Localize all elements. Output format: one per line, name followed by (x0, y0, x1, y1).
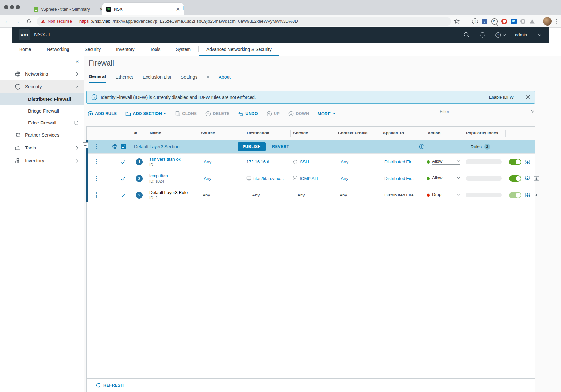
sidebar-item-security[interactable]: Security (0, 80, 84, 93)
context-profile-value[interactable]: Any (341, 176, 348, 181)
ip-lookup-extension-icon[interactable]: IP (491, 18, 498, 25)
circle-extension-icon[interactable] (520, 19, 525, 24)
destination-value[interactable]: 172.16.16.6 (246, 159, 269, 164)
delete-button[interactable]: DELETE (205, 111, 229, 116)
traffic-light-minimize[interactable] (10, 5, 14, 9)
sidebar-item-edge-firewall[interactable]: Edge Firewall (0, 117, 84, 129)
tab-exclusion-list[interactable]: Exclusion List (143, 75, 171, 83)
filter-input[interactable] (439, 109, 530, 114)
section-info-icon[interactable] (419, 144, 425, 149)
traffic-light-close[interactable] (4, 5, 8, 9)
tab-ethernet[interactable]: Ethernet (116, 75, 133, 83)
nav-system[interactable]: System (168, 43, 198, 56)
rule-row-2[interactable]: 2 icmp titan ID: 1024 Any titan/titan.vm… (87, 170, 535, 187)
destination-value[interactable]: titan/titan.vmx... (253, 176, 284, 181)
service-value[interactable]: SSH (300, 159, 309, 164)
sidebar-item-bridge-firewall[interactable]: Bridge Firewall (0, 105, 84, 117)
filter-funnel-icon[interactable] (530, 109, 535, 114)
rule-enabled-toggle[interactable] (509, 175, 521, 182)
rule-row-3[interactable]: 3 Default Layer3 Rule ID: 2 Any Any Any … (87, 187, 535, 203)
bookmark-star-icon[interactable] (454, 19, 460, 24)
move-down-button[interactable]: DOWN (288, 111, 309, 116)
nav-home[interactable]: Home (12, 43, 39, 56)
new-tab-button[interactable]: + (181, 4, 185, 12)
action-select[interactable]: Allow (432, 159, 460, 165)
source-value[interactable]: Any (204, 176, 211, 181)
download-extension-icon[interactable]: ↓ (482, 19, 487, 24)
drive-extension-icon[interactable] (529, 19, 535, 24)
nav-security[interactable]: Security (77, 43, 108, 56)
rule-settings-sliders-icon[interactable] (525, 192, 530, 198)
rule-name[interactable]: Default Layer3 Rule (149, 190, 198, 195)
search-icon[interactable] (463, 31, 470, 38)
more-button[interactable]: MORE (318, 111, 336, 116)
adblock-extension-icon[interactable] (501, 19, 507, 24)
action-select[interactable]: Drop (432, 192, 460, 198)
help-menu[interactable]: ? (495, 32, 506, 38)
row-menu-icon[interactable] (96, 192, 97, 198)
enable-idfw-link[interactable]: Enable IDFW (489, 95, 514, 100)
service-value[interactable]: ICMP ALL (300, 176, 319, 181)
nav-tools[interactable]: Tools (142, 43, 168, 56)
forward-icon[interactable]: → (14, 18, 20, 25)
applied-to-value[interactable]: Distributed Fir... (384, 159, 415, 164)
undo-button[interactable]: UNDO (238, 111, 258, 116)
move-up-button[interactable]: UP (267, 111, 280, 116)
rule-stats-icon[interactable] (534, 193, 539, 197)
back-icon[interactable]: ← (4, 18, 10, 25)
source-value[interactable]: Any (204, 159, 211, 164)
sidebar-item-distributed-firewall[interactable]: Distributed Firewall (0, 93, 84, 105)
close-tab-icon[interactable]: ✕ (176, 7, 180, 12)
publish-button[interactable]: PUBLISH (238, 142, 266, 151)
row-menu-icon[interactable] (96, 159, 97, 164)
rule-row-1[interactable]: 1 ssh vers titan ok ID: Any 172.16.16.6 … (87, 153, 535, 170)
row-menu-icon[interactable] (96, 144, 97, 149)
nav-advanced-networking-security[interactable]: Advanced Networking & Security (199, 43, 279, 56)
applied-to-value[interactable]: Distributed Fir... (384, 176, 415, 181)
linkedin-extension-icon[interactable]: in (511, 19, 517, 24)
nav-inventory[interactable]: Inventory (108, 43, 142, 56)
rule-name[interactable]: icmp titan (149, 173, 198, 178)
sidebar-collapse-icon[interactable]: « (76, 59, 79, 64)
rule-name[interactable]: ssh vers titan ok (149, 157, 198, 162)
row-menu-icon[interactable] (96, 176, 97, 181)
sidebar-item-tools[interactable]: Tools (0, 141, 84, 154)
section-row-default-layer3[interactable]: Default Layer3 Section PUBLISH REVERT Ru… (87, 140, 535, 153)
banner-close-icon[interactable] (525, 95, 530, 100)
rule-settings-sliders-icon[interactable] (525, 159, 530, 164)
section-checkbox[interactable] (121, 144, 126, 149)
tab-about[interactable]: About (219, 75, 231, 83)
browser-tab-nsx[interactable]: NSX NSX ✕ (102, 3, 184, 15)
chrome-menu-icon[interactable] (556, 18, 558, 25)
chevron-right-icon (76, 146, 79, 150)
add-rule-button[interactable]: ADD RULE (88, 111, 117, 116)
address-bar[interactable]: Non sécurisé https ://nsx.vlab /nsx/#/ap… (37, 17, 451, 26)
rule-settings-sliders-icon[interactable] (525, 176, 530, 181)
context-profile-value[interactable]: Any (341, 159, 348, 164)
tab-general[interactable]: General (89, 74, 106, 83)
chevron-right-icon (76, 72, 79, 76)
rule-enabled-toggle[interactable] (509, 192, 521, 198)
sidebar-item-partner-services[interactable]: Partner Services (0, 129, 84, 141)
sidebar-item-networking[interactable]: Networking (0, 68, 84, 80)
rule-enabled-toggle[interactable] (509, 159, 521, 165)
collapse-section-handle[interactable]: – (83, 142, 88, 148)
nav-networking[interactable]: Networking (39, 43, 77, 56)
refresh-button[interactable]: REFRESH (103, 383, 124, 388)
refresh-icon[interactable] (96, 383, 101, 388)
sidebar-item-inventory[interactable]: Inventory (0, 154, 84, 167)
profile-avatar[interactable] (543, 17, 552, 26)
rule-id: ID: (149, 163, 198, 167)
rule-stats-icon[interactable] (534, 176, 539, 181)
reload-icon[interactable] (26, 19, 32, 24)
revert-button[interactable]: REVERT (272, 144, 289, 149)
tab-settings[interactable]: Settings (180, 75, 197, 83)
action-select[interactable]: Allow (432, 175, 460, 181)
info-extension-icon[interactable]: ! (472, 18, 478, 24)
traffic-light-zoom[interactable] (16, 5, 20, 9)
user-menu[interactable]: admin (515, 32, 541, 37)
add-section-button[interactable]: ADD SECTION (125, 111, 167, 116)
clone-button[interactable]: CLONE (175, 111, 197, 116)
browser-tab-vsphere[interactable]: vSphere - titan - Summary ✕ (30, 3, 107, 15)
notifications-bell-icon[interactable] (479, 31, 486, 38)
